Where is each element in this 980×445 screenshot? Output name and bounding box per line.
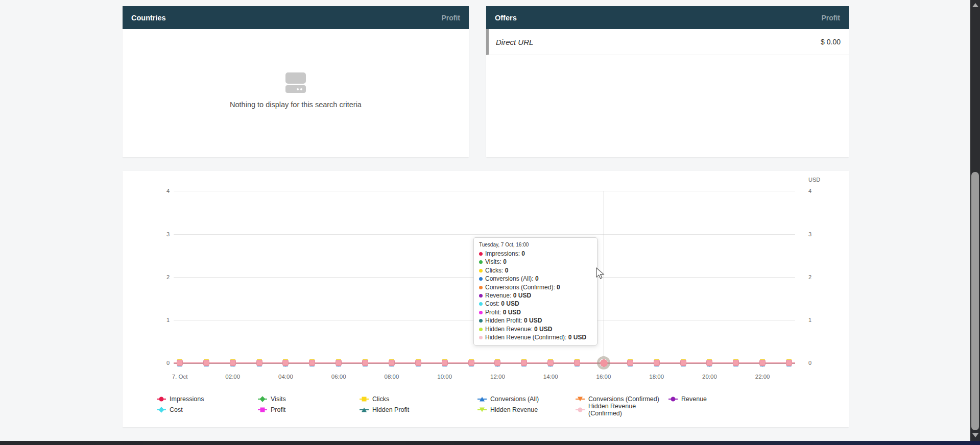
countries-panel-header: Countries Profit [123, 6, 469, 29]
legend-item-conversions-confirmed[interactable]: Conversions (Confirmed) [576, 395, 668, 403]
series-bullet-icon [479, 328, 483, 331]
legend-marker-icon [477, 395, 487, 402]
chart-point[interactable] [282, 360, 289, 366]
legend-marker-icon [157, 406, 166, 413]
legend-item-profit[interactable]: Profit [258, 406, 360, 413]
scrollbar-up-arrow-icon[interactable] [972, 2, 978, 8]
legend-marker-icon [576, 406, 585, 413]
series-bullet-icon [479, 252, 483, 256]
legend-item-visits[interactable]: Visits [258, 395, 360, 403]
legend-item-revenue[interactable]: Revenue [668, 395, 745, 403]
card-stack-icon [285, 72, 306, 93]
x-axis-line [174, 362, 795, 364]
offer-row-direct-url[interactable]: Direct URL $ 0.00 [486, 29, 849, 55]
y-gridline [174, 234, 795, 235]
chart-point[interactable] [521, 360, 527, 366]
series-bullet-icon [479, 260, 483, 264]
y-axis-label-left: 0 [152, 360, 170, 366]
countries-metric-header[interactable]: Profit [441, 14, 460, 22]
legend-item-hidden-revenue[interactable]: Hidden Revenue [477, 406, 576, 413]
chart-point[interactable] [336, 360, 342, 366]
legend-item-impressions[interactable]: Impressions [157, 395, 258, 403]
chart-point[interactable] [706, 360, 712, 366]
x-axis-label: 10:00 [428, 374, 462, 380]
chart-point[interactable] [759, 360, 766, 366]
x-axis-label: 22:00 [746, 374, 779, 380]
y-axis-label-left: 3 [152, 231, 170, 237]
tooltip-item: Hidden Revenue: 0 USD [479, 325, 592, 333]
chart-point[interactable] [389, 360, 395, 366]
series-bullet-icon [479, 302, 483, 306]
tooltip-item: Profit: 0 USD [479, 308, 592, 316]
chart-point[interactable] [547, 360, 554, 366]
chart-point[interactable] [627, 360, 633, 366]
chart-point[interactable] [177, 360, 183, 366]
chart-point[interactable] [574, 360, 580, 366]
chart-point[interactable] [733, 360, 739, 366]
x-axis-label: 02:00 [216, 374, 250, 380]
chart-point[interactable] [468, 360, 474, 366]
offers-metric-header[interactable]: Profit [821, 14, 840, 22]
chart-tooltip: Tuesday, 7 Oct, 16:00 Impressions: 0Visi… [473, 237, 597, 345]
tooltip-item: Revenue: 0 USD [479, 291, 592, 300]
tooltip-item: Hidden Revenue (Confirmed): 0 USD [479, 333, 592, 341]
legend-item-hidden-revenue-confirmed[interactable]: Hidden Revenue (Confirmed) [576, 403, 668, 417]
countries-empty-text: Nothing to display for this search crite… [230, 101, 362, 109]
legend-marker-icon [576, 395, 585, 402]
offers-panel-header: Offers Profit [486, 6, 849, 29]
legend-item-hidden-profit[interactable]: Hidden Profit [360, 406, 477, 413]
chart-point[interactable] [442, 360, 448, 366]
y-axis-label-left: 2 [152, 274, 170, 280]
legend-item-cost[interactable]: Cost [157, 406, 258, 413]
series-bullet-icon [479, 286, 483, 289]
tooltip-item: Conversions (All): 0 [479, 275, 592, 283]
y-axis-label-right: 2 [808, 274, 826, 280]
chart-point[interactable] [203, 360, 209, 366]
legend-marker-icon [258, 395, 267, 402]
tooltip-header: Tuesday, 7 Oct, 16:00 [479, 242, 592, 248]
tooltip-item: Cost: 0 USD [479, 300, 592, 308]
legend-item-clicks[interactable]: Clicks [360, 395, 477, 403]
chart-point[interactable] [256, 360, 262, 366]
scrollbar-down-arrow-icon[interactable] [972, 432, 978, 438]
chart-point[interactable] [786, 360, 792, 366]
chart-point[interactable] [654, 360, 660, 366]
x-axis-label: 20:00 [692, 374, 726, 380]
chart-panel: USD 4433221100 7. Oct02:0004:0006:0008:0… [123, 171, 849, 427]
x-axis-label: 06:00 [322, 374, 355, 380]
scrollbar-thumb[interactable] [971, 172, 979, 430]
bottom-bar [0, 441, 980, 445]
chart-point[interactable] [494, 360, 500, 366]
chart-point[interactable] [309, 360, 315, 366]
x-axis-label: 7. Oct [163, 374, 197, 380]
page-scrollbar[interactable] [970, 0, 980, 442]
chart-point[interactable] [362, 360, 368, 366]
offers-panel-title: Offers [495, 14, 517, 22]
y-gridline [174, 191, 795, 191]
legend-marker-icon [477, 406, 487, 413]
tooltip-item: Clicks: 0 [479, 266, 592, 275]
tooltip-item: Impressions: 0 [479, 250, 592, 258]
x-axis-label: 18:00 [640, 374, 674, 380]
chart-point[interactable] [415, 360, 421, 366]
offer-name: Direct URL [496, 38, 533, 46]
countries-empty-state: Nothing to display for this search crite… [123, 72, 469, 109]
y-axis-label-right: 3 [808, 231, 826, 237]
legend-marker-icon [668, 395, 678, 402]
mouse-cursor-icon [596, 267, 607, 280]
hovered-point-marker[interactable] [600, 359, 608, 367]
chart-legend: ImpressionsVisitsClicksConversions (All)… [157, 393, 745, 415]
legend-item-conversions-all[interactable]: Conversions (All) [477, 395, 576, 403]
x-axis-label: 16:00 [587, 374, 620, 380]
offers-panel: Offers Profit Direct URL $ 0.00 [486, 6, 849, 157]
series-bullet-icon [479, 319, 483, 323]
offer-profit-value: $ 0.00 [821, 38, 841, 46]
legend-marker-icon [360, 406, 369, 413]
chart-point[interactable] [230, 360, 236, 366]
series-bullet-icon [479, 269, 483, 273]
countries-panel-title: Countries [131, 14, 166, 22]
legend-marker-icon [157, 395, 166, 402]
y-axis-label-left: 1 [152, 317, 170, 323]
y-axis-label-right: 4 [808, 188, 826, 194]
chart-point[interactable] [680, 360, 686, 366]
